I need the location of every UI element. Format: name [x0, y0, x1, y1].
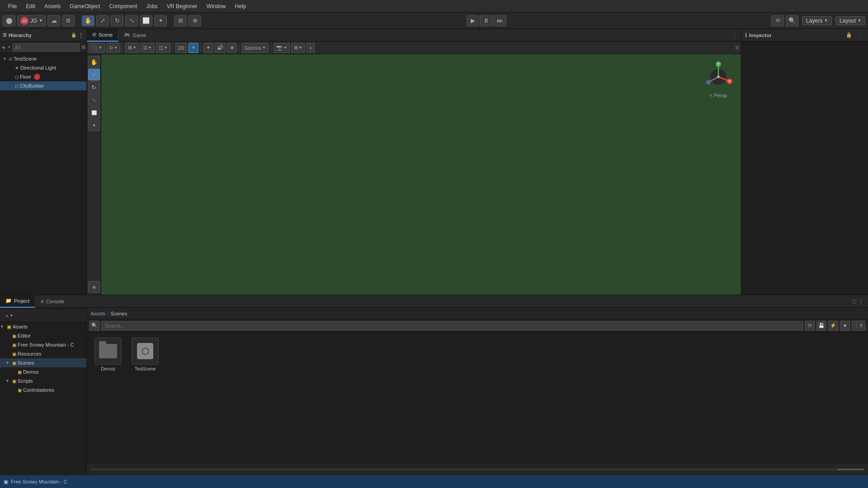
project-item-controladores[interactable]: ▷ ▣ Controladores	[0, 385, 86, 394]
transform-rotate-btn[interactable]: ↻	[111, 15, 123, 26]
toolbar-collab-btn[interactable]: ⬤	[3, 15, 15, 26]
more-btn[interactable]: +	[307, 43, 315, 53]
menu-file[interactable]: File	[4, 2, 21, 10]
project-search-input[interactable]	[101, 321, 803, 330]
scene-all-tool[interactable]: ✦	[88, 119, 100, 131]
inspector-lock-btn[interactable]: 🔒	[844, 31, 854, 40]
hierarchy-search-input[interactable]	[13, 43, 80, 52]
render-mode-dropdown[interactable]: ⊙▼	[106, 43, 120, 53]
hierarchy-lock-icon[interactable]: 🔒	[71, 33, 76, 38]
hierarchy-dropdown-arrow[interactable]: ▼	[7, 45, 11, 49]
asset-testscene[interactable]: ⬡ TestScene	[129, 338, 161, 371]
hierarchy-item-testscene[interactable]: ▼ ⊙ TestScene ⋮	[0, 54, 86, 63]
tab-project[interactable]: 📁 Project	[0, 295, 35, 308]
hierarchy-add-btn[interactable]: +	[2, 44, 5, 51]
scene-hand-tool[interactable]: ✋	[88, 56, 100, 68]
search-btn[interactable]: 🔍	[786, 15, 798, 26]
breadcrumb-assets[interactable]: Assets	[90, 311, 105, 316]
testscene-toggle[interactable]: ▼	[3, 56, 7, 61]
proj-search-icon-btn[interactable]: 🔍	[90, 321, 99, 331]
proj-star-btn[interactable]: ★	[840, 321, 850, 331]
2d-toggle[interactable]: 2D	[175, 43, 187, 53]
menu-window[interactable]: Window	[202, 2, 231, 10]
project-add-btn[interactable]: + ▼	[3, 312, 16, 319]
horizontal-scrollbar[interactable]	[90, 469, 864, 470]
scene-rect-tool[interactable]: ⬜	[88, 107, 100, 118]
transform-all-btn[interactable]: ✦	[154, 15, 167, 26]
scene-move-tool[interactable]: ⤢	[88, 69, 100, 80]
tab-scene[interactable]: ⊞ Scene	[87, 29, 118, 42]
add-dropdown[interactable]: ▼	[9, 314, 13, 318]
scene-panel-more[interactable]: ⋮	[732, 32, 741, 38]
menu-jobs[interactable]: Jobs	[142, 2, 162, 10]
demos-asset-icon-wrap	[94, 338, 122, 365]
proj-save-btn[interactable]: 💾	[816, 321, 826, 331]
asset-demos[interactable]: Demos	[92, 338, 124, 371]
pause-button[interactable]: ⏸	[480, 15, 493, 26]
citybuilder-label: CityBuilder	[20, 83, 44, 89]
lighting-toggle[interactable]: ☀	[189, 43, 198, 53]
project-item-freesnowy[interactable]: ▷ ▣ Free Snowy Mountain - C	[0, 340, 86, 349]
transform-rect-btn[interactable]: ⬜	[140, 15, 152, 26]
scene-viewport[interactable]: ✋ ⤢ ↻ ⤡ ⬜ ✦ ⊕	[87, 54, 741, 295]
transform-scale-btn[interactable]: ⤡	[125, 15, 138, 26]
project-item-assets[interactable]: ▼ ▣ Assets	[0, 322, 86, 331]
visibility-dropdown[interactable]: ◫▼	[156, 43, 170, 53]
scene-rotate-tool[interactable]: ↻	[88, 81, 100, 93]
scrollbar-thumb[interactable]	[837, 469, 864, 470]
scripts-fold-icon: ▼	[5, 379, 11, 383]
toolbar-settings-btn[interactable]: ⚙	[62, 15, 75, 26]
hierarchy-item-citybuilder[interactable]: ▷ ◻ CityBuilder	[0, 81, 86, 90]
gizmos-dropdown[interactable]: Gizmos▼	[242, 43, 269, 53]
menu-component[interactable]: Component	[104, 2, 142, 10]
global-toggle[interactable]: ⊕	[189, 15, 201, 26]
tab-console[interactable]: ≡ Console	[35, 295, 70, 308]
scene-extra-tool[interactable]: ⊕	[88, 281, 100, 293]
pivot-toggle[interactable]: ⊞	[174, 15, 187, 26]
toolbar-account[interactable]: JG JG ▼	[17, 15, 46, 26]
play-button[interactable]: ▶	[467, 15, 479, 26]
proj-filter-btn[interactable]: ⚡	[828, 321, 838, 331]
project-item-demos[interactable]: ▷ ▣ Demos	[0, 367, 86, 376]
layers-dropdown[interactable]: Layers ▼	[802, 16, 832, 25]
grid-dropdown[interactable]: ⊞▼	[125, 43, 139, 53]
fx-btn[interactable]: ✦	[203, 43, 213, 53]
project-item-scenes[interactable]: ▼ ▣ Scenes	[0, 358, 86, 367]
menu-edit[interactable]: Edit	[21, 2, 40, 10]
testscene-more[interactable]: ⋮	[81, 56, 86, 62]
menu-vr-beginner[interactable]: VR Beginner	[162, 2, 202, 10]
project-item-editor[interactable]: ▷ ▣ Editor	[0, 331, 86, 340]
console-tab-label: Console	[46, 299, 64, 304]
shading-dropdown[interactable]: ⬛▼	[89, 43, 105, 53]
snap-dropdown[interactable]: ⊡▼	[141, 43, 155, 53]
cam-mode-dropdown[interactable]: 📷▼	[274, 43, 290, 53]
inspector-more-btn[interactable]: ⋮	[855, 31, 864, 40]
menu-assets[interactable]: Assets	[40, 2, 65, 10]
project-item-scripts[interactable]: ▼ ▣ Scripts	[0, 376, 86, 385]
step-button[interactable]: ⏭	[494, 15, 506, 26]
transform-move-btn[interactable]: ⤢	[96, 15, 109, 26]
toolbar-cloud-btn[interactable]: ☁	[47, 15, 60, 26]
project-item-resources[interactable]: ▷ ▣ Resources	[0, 349, 86, 358]
menu-gameobject[interactable]: GameObject	[65, 2, 104, 10]
view-mode-dropdown[interactable]: ⊞▼	[291, 43, 305, 53]
assets-label: Assets	[13, 324, 28, 329]
bottom-panel-popout[interactable]: ⬡	[852, 298, 856, 305]
hierarchy-filter-btn[interactable]: ⊞	[81, 44, 85, 50]
layout-dropdown[interactable]: Layout ▼	[835, 16, 865, 25]
hierarchy-more-icon[interactable]: ⋮	[78, 32, 84, 38]
scripts-label: Scripts	[18, 378, 33, 384]
menu-help[interactable]: Help	[231, 2, 251, 10]
transform-hand-btn[interactable]: ✋	[82, 15, 94, 26]
hierarchy-item-floor[interactable]: ▷ ◻ Floor !	[0, 72, 86, 81]
scene-toolbar-more[interactable]: ≡	[735, 44, 739, 52]
audio-btn[interactable]: 🔊	[214, 43, 226, 53]
hierarchy-item-dirlight[interactable]: ▷ ☀ Directional Light	[0, 63, 86, 72]
bottom-panel-more[interactable]: ⋮	[858, 298, 864, 305]
history-btn[interactable]: ⟲	[771, 15, 784, 26]
scene-scale-tool[interactable]: ⤡	[88, 94, 100, 106]
effects2-btn[interactable]: ⊕	[227, 43, 237, 53]
demos-asset-label: Demos	[101, 366, 115, 371]
proj-refresh-btn[interactable]: ⟳	[805, 321, 815, 331]
tab-game[interactable]: 🎮 Game	[118, 29, 152, 42]
